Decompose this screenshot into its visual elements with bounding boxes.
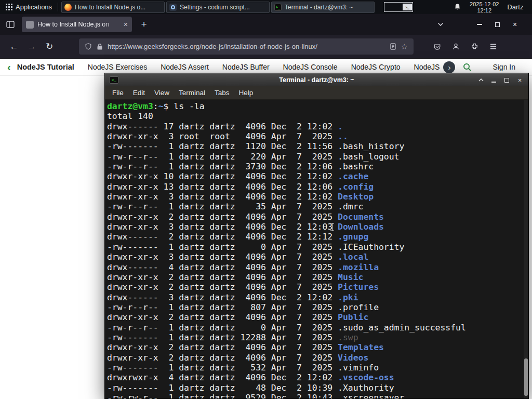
tab-close-icon[interactable]: × (124, 21, 128, 28)
back-button[interactable]: ← (5, 42, 23, 52)
terminal-line: -rw------- 1 dartz dartz 1120 Dec 2 11:5… (107, 141, 528, 151)
terminal-maximize-button[interactable] (503, 76, 511, 84)
terminal-app-icon: >_ (110, 76, 118, 84)
tracking-shield-icon[interactable] (85, 43, 92, 50)
terminal-line: total 140 (107, 111, 528, 121)
firefox-view-icon[interactable] (6, 21, 15, 28)
clock[interactable]: 2025-12-02 12:12 (470, 1, 499, 14)
url-bar[interactable]: https://www.geeksforgeeks.org/node-js/in… (79, 38, 414, 55)
tab-list-chevron-icon[interactable] (437, 22, 444, 26)
terminal-line: drwx------ 2 dartz dartz 4096 Dec 2 12:1… (107, 232, 528, 242)
clock-date: 2025-12-02 (470, 1, 499, 7)
bookmark-star-icon[interactable]: ☆ (401, 43, 408, 50)
desktop: Applications How to Install Node.js o...… (0, 0, 532, 399)
window-close-button[interactable]: × (506, 18, 524, 31)
clock-time: 12:12 (470, 7, 499, 14)
terminal-line: drwxr-xr-x 2 dartz dartz 4096 Apr 7 2025… (107, 353, 528, 363)
terminal-titlebar[interactable]: >_ Terminal - dartz@vm3: ~ × (105, 73, 528, 86)
sign-in-link[interactable]: Sign In (493, 63, 515, 71)
terminal-line: drwxr-xr-x 2 dartz dartz 4096 Apr 7 2025… (107, 282, 528, 292)
terminal-line: drwxr-xr-x 3 root root 4096 Apr 7 2025 .… (107, 131, 528, 141)
terminal-menu-help[interactable]: Help (234, 89, 258, 97)
terminal-line: drwxr-xr-x 13 dartz dartz 4096 Dec 2 12:… (107, 182, 528, 192)
terminal-line: -rw------- 1 dartz dartz 48 Dec 2 10:39 … (107, 383, 528, 393)
gfg-nav-item[interactable]: NodeJS DNS (414, 63, 443, 71)
terminal-line: drwxr-xr-x 2 dartz dartz 4096 Apr 7 2025… (107, 342, 528, 352)
taskbar-button-terminal[interactable]: >_Terminal - dartz@vm3: ~ (271, 2, 375, 13)
terminal-line: drwx------ 3 dartz dartz 4096 Dec 2 12:0… (107, 292, 528, 302)
terminal-menu-edit[interactable]: Edit (128, 89, 150, 97)
toolbar-extensions (433, 43, 497, 50)
tab-favicon (26, 21, 34, 29)
nav-scroll-left-icon[interactable]: ‹ (7, 62, 11, 72)
new-tab-button[interactable]: + (137, 19, 151, 30)
gfg-nav-item[interactable]: NodeJS Exercises (88, 63, 147, 71)
terminal-line: -rw-r--r-- 1 dartz dartz 220 Apr 7 2025 … (107, 152, 528, 162)
terminal-line: drwx------ 17 dartz dartz 4096 Dec 2 12:… (107, 122, 528, 131)
search-icon[interactable] (462, 62, 472, 72)
terminal-line: drwxr-xr-x 10 dartz dartz 4096 Dec 2 12:… (107, 171, 528, 181)
settings-icon (169, 4, 177, 11)
terminal-line: -rw-r--r-- 1 dartz dartz 35 Apr 7 2025 .… (107, 202, 528, 211)
gfg-nav-item[interactable]: NodeJS Crypto (351, 63, 401, 71)
reload-button[interactable]: ↻ (41, 41, 58, 52)
window-controls: × (437, 18, 528, 31)
terminal-menu-file[interactable]: File (108, 89, 128, 97)
taskbar-button-label: How to Install Node.js o... (75, 4, 145, 11)
terminal-window: >_ Terminal - dartz@vm3: ~ × FileEditVie… (104, 73, 529, 399)
navigation-toolbar: ← → ↻ https://www.geeksforgeeks.org/node… (0, 35, 532, 59)
text-cursor (330, 223, 335, 233)
reader-mode-icon[interactable] (390, 43, 396, 50)
workspace-pager[interactable]: >_ (384, 2, 413, 12)
terminal-line: drwxr-xr-x 2 dartz dartz 4096 Apr 7 2025… (107, 312, 528, 322)
terminal-line: drwxr-xr-x 3 dartz dartz 4096 Dec 2 12:0… (107, 192, 528, 202)
browser-tab[interactable]: How to Install Node.js on × (22, 17, 132, 32)
terminal-shade-button[interactable] (477, 76, 485, 84)
gfg-nav-item[interactable]: NodeJS Buffer (222, 63, 270, 71)
tab-title: How to Install Node.js on (37, 21, 120, 28)
terminal-line: drwx------ 4 dartz dartz 4096 Apr 7 2025… (107, 262, 528, 272)
gfg-nav-list: NodeJS TutorialNodeJS ExercisesNodeJS As… (17, 63, 443, 71)
nav-scroll-right-button[interactable]: › (443, 61, 455, 73)
terminal-menu-tabs[interactable]: Tabs (210, 89, 234, 97)
notification-bell-icon[interactable] (454, 3, 461, 11)
pager-window-icon: >_ (403, 4, 412, 10)
terminal-icon: >_ (274, 4, 282, 11)
terminal-window-controls: × (477, 76, 524, 84)
terminal-line: drwxrwxr-x 4 dartz dartz 4096 Dec 2 12:0… (107, 373, 528, 382)
terminal-menu-view[interactable]: View (150, 89, 174, 97)
window-minimize-button[interactable] (471, 18, 488, 31)
extensions-icon[interactable] (471, 43, 478, 50)
applications-icon (6, 4, 12, 10)
account-icon[interactable] (452, 43, 460, 50)
terminal-scrollbar-thumb[interactable] (524, 358, 528, 396)
gfg-nav-item[interactable]: NodeJS Tutorial (17, 63, 74, 71)
gfg-nav-item[interactable]: NodeJS Assert (161, 63, 209, 71)
menu-hamburger-icon[interactable] (489, 43, 497, 50)
terminal-menu-terminal[interactable]: Terminal (174, 89, 210, 97)
pocket-icon[interactable] (433, 43, 441, 50)
terminal-minimize-button[interactable] (490, 76, 498, 84)
firefox-icon (64, 4, 72, 11)
url-text: https://www.geeksforgeeks.org/node-js/in… (108, 43, 385, 50)
terminal-scrollbar[interactable] (524, 100, 528, 398)
taskbar-button-label: Terminal - dartz@vm3: ~ (285, 4, 353, 11)
terminal-menubar: FileEditViewTerminalTabsHelp (105, 86, 528, 100)
terminal-line: drwxr-xr-x 2 dartz dartz 4096 Apr 7 2025… (107, 272, 528, 282)
taskbar-button-firefox[interactable]: How to Install Node.js o... (61, 2, 165, 13)
terminal-line: -rw-r--r-- 1 dartz dartz 3730 Dec 2 12:0… (107, 162, 528, 171)
terminal-line: -rw------- 1 dartz dartz 12288 Apr 7 202… (107, 332, 528, 342)
terminal-close-button[interactable]: × (516, 76, 524, 84)
forward-button[interactable]: → (23, 42, 41, 52)
taskbar-button-settings[interactable]: Settings - codium script... (166, 2, 270, 13)
terminal-output[interactable]: dartz@vm3:~$ ls -latotal 140drwx------ 1… (105, 100, 528, 398)
taskbar-button-label: Settings - codium script... (180, 4, 250, 11)
terminal-line: -rw------- 1 dartz dartz 532 Apr 7 2025 … (107, 363, 528, 373)
lock-icon[interactable] (97, 43, 103, 50)
terminal-line: drwxr-xr-x 3 dartz dartz 4096 Apr 7 2025… (107, 252, 528, 262)
applications-menu[interactable]: Applications (3, 0, 55, 14)
terminal-line: -rw-rw-r-- 1 dartz dartz 9529 Dec 2 10:4… (107, 393, 528, 398)
terminal-line: -rw------- 1 dartz dartz 0 Apr 7 2025 .I… (107, 242, 528, 252)
gfg-nav-item[interactable]: NodeJS Console (283, 63, 338, 71)
window-maximize-button[interactable] (488, 18, 506, 31)
